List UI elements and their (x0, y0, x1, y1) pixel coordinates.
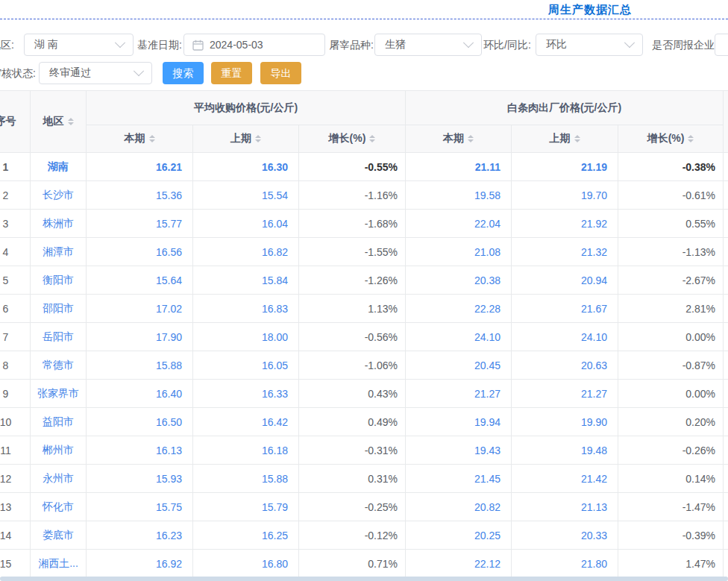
spacer-cell (724, 153, 728, 181)
table-row: 9张家界市16.4016.330.43%21.2721.270.00% (0, 380, 728, 408)
table-row: 10益阳市16.5016.420.49%19.9419.900.20% (0, 408, 728, 436)
carcass-current-cell: 22.12 (406, 550, 512, 578)
purchase-previous-cell: 16.18 (193, 436, 299, 465)
spacer-cell (724, 181, 728, 210)
carcass-growth-cell: -0.26% (618, 436, 724, 465)
region-label: 地区: (0, 34, 14, 56)
table-row: 13怀化市15.7515.79-0.25%20.8221.13-1.47% (0, 493, 728, 521)
seq-cell: 4 (0, 238, 31, 266)
carcass-previous-cell: 20.33 (512, 521, 618, 550)
base-date-input[interactable]: 2024-05-03 (183, 34, 325, 56)
purchase-current-cell: 16.40 (87, 380, 193, 408)
carcass-current-cell: 19.43 (406, 436, 512, 465)
carcass-growth-cell: 0.55% (618, 210, 724, 238)
purchase-previous-cell: 15.88 (193, 465, 299, 493)
carcass-current-cell: 22.04 (406, 210, 512, 238)
col-header-carcass-current[interactable]: 本期 (406, 125, 512, 153)
horizontal-scrollbar[interactable] (0, 577, 728, 581)
spacer-cell (724, 351, 728, 380)
carcass-growth-cell: 0.14% (618, 465, 724, 493)
caret-down-icon (255, 139, 261, 142)
region-select[interactable]: 湖 南 (24, 34, 134, 56)
chevron-down-icon (463, 37, 474, 48)
sort-icon[interactable] (688, 135, 694, 142)
carcass-current-cell: 19.58 (406, 181, 512, 210)
weekly-enterprise-select[interactable] (715, 34, 728, 56)
carcass-previous-cell: 21.19 (512, 153, 618, 181)
purchase-growth-cell: -0.12% (299, 521, 406, 550)
carcass-growth-cell: 1.47% (618, 550, 724, 578)
sort-icon[interactable] (255, 135, 261, 142)
carcass-growth-cell: -0.39% (618, 521, 724, 550)
col-header-carcass-growth[interactable]: 增长(%) (618, 125, 724, 153)
caret-up-icon (255, 135, 261, 138)
carcass-previous-cell: 21.13 (512, 493, 618, 521)
purchase-previous-cell: 16.05 (193, 351, 299, 380)
purchase-current-cell: 15.64 (87, 266, 193, 295)
calendar-icon (192, 40, 204, 51)
page-title: 周生产数据汇总 (548, 2, 632, 17)
sort-icon[interactable] (68, 118, 74, 125)
spacer-cell (724, 323, 728, 351)
carcass-previous-cell: 24.10 (512, 323, 618, 351)
seq-cell: 7 (0, 323, 31, 351)
purchase-growth-cell: -1.68% (299, 210, 406, 238)
seq-cell: 13 (0, 493, 31, 521)
base-date-value: 2024-05-03 (210, 39, 263, 51)
purchase-growth-cell: 1.13% (299, 295, 406, 323)
purchase-previous-cell: 16.30 (193, 153, 299, 181)
reset-button[interactable]: 重置 (211, 62, 252, 84)
carcass-current-cell: 21.08 (406, 238, 512, 266)
col-header-purchase-current[interactable]: 本期 (87, 125, 193, 153)
caret-up-icon (468, 135, 474, 138)
export-button[interactable]: 导出 (260, 62, 301, 84)
seq-cell: 9 (0, 380, 31, 408)
caret-up-icon (369, 135, 375, 138)
purchase-previous-cell: 15.84 (193, 266, 299, 295)
col-header-carcass-previous[interactable]: 上期 (512, 125, 618, 153)
purchase-previous-cell: 16.04 (193, 210, 299, 238)
sort-icon[interactable] (369, 135, 375, 142)
carcass-previous-cell: 19.70 (512, 181, 618, 210)
sort-icon[interactable] (149, 135, 155, 142)
col-header-purchase-previous[interactable]: 上期 (193, 125, 299, 153)
sort-icon[interactable] (574, 135, 580, 142)
carcass-previous-cell: 21.42 (512, 465, 618, 493)
region-cell: 岳阳市 (31, 323, 87, 351)
sort-icon[interactable] (468, 135, 474, 142)
carcass-current-cell: 20.45 (406, 351, 512, 380)
caret-down-icon (688, 139, 694, 142)
carcass-current-cell: 20.82 (406, 493, 512, 521)
carcass-current-cell: 20.38 (406, 266, 512, 295)
compare-select-value: 环比 (536, 38, 626, 51)
summary-table: 序号 地区 平均收购价格(元/公斤) 白条肉出厂价格(元/公斤) 本期 上期 增… (0, 90, 728, 578)
region-cell: 益阳市 (31, 408, 87, 436)
carcass-previous-cell: 20.63 (512, 351, 618, 380)
audit-status-label: 审核状态: (0, 62, 36, 84)
carcass-current-cell: 20.25 (406, 521, 512, 550)
search-button[interactable]: 搜索 (163, 62, 204, 84)
carcass-growth-cell: -1.47% (618, 493, 724, 521)
compare-select[interactable]: 环比 (536, 34, 643, 56)
region-select-value: 湖 南 (25, 38, 116, 51)
carcass-previous-cell: 21.92 (512, 210, 618, 238)
purchase-current-cell: 17.90 (87, 323, 193, 351)
carcass-growth-cell: 0.20% (618, 408, 724, 436)
col-header-region[interactable]: 地区 (31, 91, 87, 153)
col-header-purchase-growth[interactable]: 增长(%) (299, 125, 406, 153)
species-select[interactable]: 生猪 (374, 34, 482, 56)
region-cell: 永州市 (31, 465, 87, 493)
purchase-growth-cell: -1.26% (299, 266, 406, 295)
carcass-previous-cell: 20.94 (512, 266, 618, 295)
col-header-seq: 序号 (0, 91, 31, 153)
purchase-previous-cell: 18.00 (193, 323, 299, 351)
seq-cell: 10 (0, 408, 31, 436)
carcass-growth-cell: 2.81% (618, 295, 724, 323)
audit-status-select[interactable]: 终审通过 (39, 62, 152, 84)
seq-cell: 14 (0, 521, 31, 550)
region-cell: 张家界市 (31, 380, 87, 408)
seq-cell: 1 (0, 153, 31, 181)
region-cell: 湖南 (31, 153, 87, 181)
table-row: 2长沙市15.3615.54-1.16%19.5819.70-0.61% (0, 181, 728, 210)
carcass-current-cell: 19.94 (406, 408, 512, 436)
